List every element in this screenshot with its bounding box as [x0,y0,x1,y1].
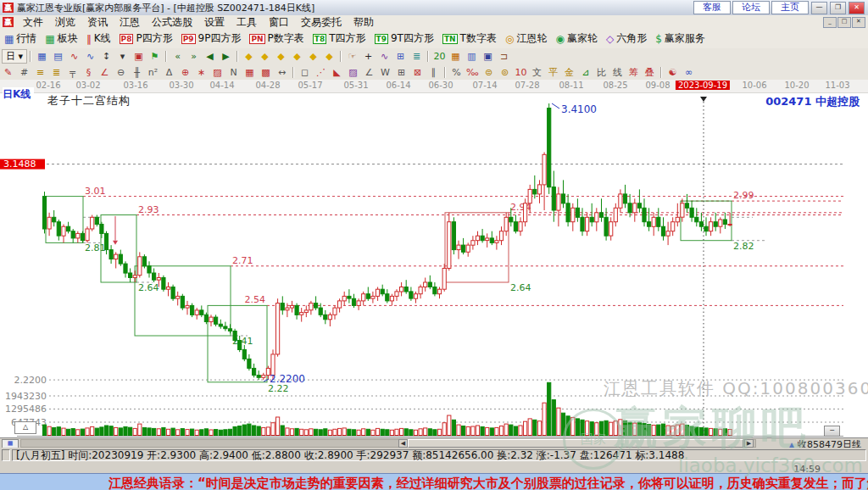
winner-wheel-button[interactable]: ◉赢家轮 [551,31,601,47]
ten-cycle-icon[interactable]: 10 [513,66,529,79]
collapse-volume-button[interactable]: − [824,426,840,437]
p-square-button[interactable]: P8P四方形 [115,31,177,47]
overlay-icon[interactable]: ▣ [131,50,147,63]
menu-交易委托[interactable]: 交易委托 [295,16,348,28]
restore-button[interactable]: ❐ [830,2,846,14]
diamond-shift-right-icon[interactable]: ◆ [289,50,305,63]
gold-circle2-icon[interactable]: ⊚ [497,66,513,79]
period-day-dropdown[interactable]: 日 ▾ [2,49,27,64]
grid-tool-icon[interactable]: ⊞ [393,66,409,79]
mdi-minimize-button[interactable]: _ [823,17,837,28]
zigzag-icon[interactable]: W [377,66,393,79]
ray-fan-icon[interactable]: ⋰ [313,66,329,79]
diamond-zoom-in-icon[interactable]: ◆ [257,50,273,63]
service-button-论坛[interactable]: 论坛 [732,1,770,14]
scroll-left-arrow[interactable]: ◀ [398,439,408,448]
diamond-shift-left-icon[interactable]: ◆ [273,50,289,63]
export-icon[interactable]: ⊐ [496,50,512,63]
chart-window-icon[interactable]: ▦ [34,50,50,63]
diamond-expand-icon[interactable]: ◆ [321,50,337,63]
bar-style-icon[interactable]: ↕ [98,50,114,63]
n-square-icon[interactable]: n² [145,66,161,79]
percent-tool-icon[interactable]: % [448,66,465,79]
shade-box-icon[interactable]: ▨ [345,66,361,79]
starburst-icon[interactable]: ∗ [193,66,209,79]
draw-pen-icon[interactable]: ✎ [0,66,16,79]
trend-curve-blue-icon[interactable]: ∿ [82,50,98,63]
service-button-客服[interactable]: 客服 [693,1,731,14]
t9-square-button[interactable]: T99T四方形 [370,31,438,47]
menu-浏览[interactable]: 浏览 [49,16,81,28]
photo-box-icon[interactable]: ▨ [209,66,225,79]
angle-ruler-icon[interactable]: ∠ [97,66,113,79]
sector-button[interactable]: ▦板块 [41,31,81,47]
menu-工具[interactable]: 工具 [231,16,263,28]
hand-tool-icon[interactable]: ☞ [344,50,360,63]
minimize-button[interactable]: — [811,2,827,14]
chips-icon[interactable]: 筹 [626,66,642,79]
parallel-icon[interactable]: ∥ [426,66,442,79]
triangle-tool-icon[interactable]: ⊿ [577,66,593,79]
menu-设置[interactable]: 设置 [198,16,231,28]
spiral-icon[interactable]: § [81,66,97,79]
t-table-button[interactable]: TNT数字表 [438,31,501,47]
menu-文件[interactable]: 文件 [17,16,49,28]
net-grid-icon[interactable]: ▦ [242,66,258,79]
calendar-icon[interactable]: 20 [431,50,448,63]
wave-icon[interactable]: N [225,66,242,79]
scrollbar-thumb[interactable] [408,439,743,448]
range-icon[interactable]: ↔ [274,66,290,79]
crosshair-icon[interactable]: + [360,50,376,63]
save-icon[interactable]: ▣ [480,50,496,63]
mdi-restore-button[interactable]: □ [837,17,851,28]
text-tool-icon[interactable]: 文 [529,66,545,79]
trend-curve-red-icon[interactable]: ∿ [66,50,82,63]
flag-icon[interactable]: ⚑ [147,50,163,63]
compare-icon[interactable]: 比 [593,66,609,79]
first-bar-icon[interactable]: « [170,50,186,63]
service-button-主页[interactable]: 主页 [771,1,809,14]
diamond-zoom-out-icon[interactable]: ◆ [241,50,257,63]
menu-公式选股[interactable]: 公式选股 [146,16,198,28]
line-cn-icon[interactable]: 线 [609,66,626,79]
menu-资讯[interactable]: 资讯 [81,16,114,28]
level-tool-icon[interactable]: 平 [545,66,561,79]
menu-帮助[interactable]: 帮助 [348,16,380,28]
delta-icon[interactable]: Δ [161,66,177,79]
split-window-icon[interactable]: ⊞ [392,50,409,63]
stack-icon[interactable]: 叠 [642,66,658,79]
kline-chart-svg[interactable]: 194323012954866477432.22003.14883.012.81… [0,92,868,437]
info-book-icon[interactable]: ▤ [50,50,66,63]
kline-button[interactable]: ∥K线 [82,31,115,47]
calculator-icon[interactable]: ▦ [448,50,464,63]
notebook-icon[interactable]: ▥ [464,50,480,63]
box-select-icon[interactable]: ◻ [297,66,313,79]
p-table-button[interactable]: PNP数字表 [245,31,308,47]
gann-line-icon[interactable]: # [16,66,32,79]
gold-tool-icon[interactable]: 金 [561,66,577,79]
permille-icon[interactable]: ‰ [465,66,481,79]
gann-wheel-button[interactable]: ◎江恩轮 [501,31,551,47]
scroll-right-arrow[interactable]: ▶ [744,439,754,448]
prev-bar-icon[interactable]: ◀ [202,50,218,63]
percent-line-icon[interactable]: ╤ [64,66,81,79]
fan-icon[interactable]: ◣ [329,66,345,79]
golden-band-icon[interactable]: ≣ [48,66,64,79]
target-circle-icon[interactable]: ⊕ [177,66,193,79]
last-bar-icon[interactable]: » [186,50,202,63]
menu-江恩[interactable]: 江恩 [114,16,146,28]
quote-button[interactable]: ▦行情 [0,31,41,47]
close-button[interactable]: ✕ [849,2,865,14]
hexagon-button[interactable]: ◇六角形 [602,31,651,47]
gold-circle-icon[interactable]: ⊜ [481,66,497,79]
diamond-compress-icon[interactable]: ◆ [305,50,321,63]
infinity-icon[interactable]: ∞ [681,66,697,79]
grid-red-icon[interactable]: ⊠ [409,66,426,79]
line-list-icon[interactable]: ≣ [409,50,425,63]
golden-section-icon[interactable]: ≡ [32,66,48,79]
expand-indicator-button[interactable]: △ [14,421,36,434]
next-bar-icon[interactable]: ▶ [218,50,234,63]
angle-line-icon[interactable]: ∠ [361,66,377,79]
comb-line-icon[interactable]: ╫ [129,66,145,79]
style-dropdown-icon[interactable]: ▾ [114,50,131,63]
